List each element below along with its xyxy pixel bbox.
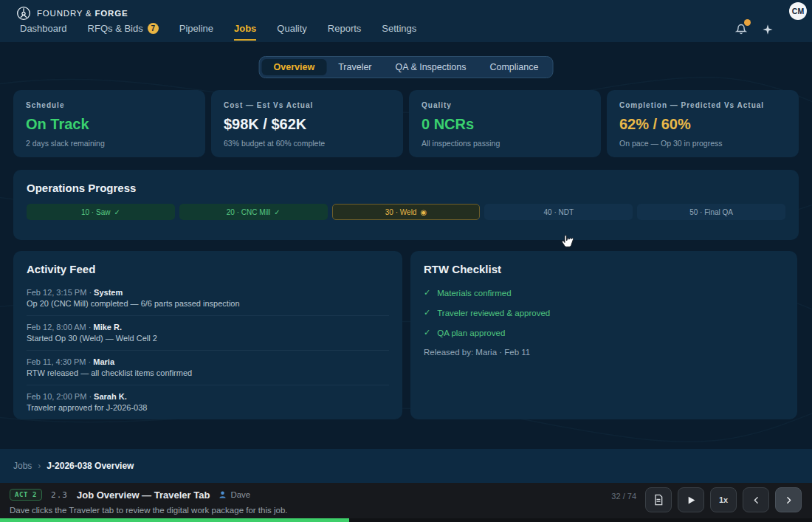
next-step-button[interactable] bbox=[775, 487, 802, 512]
nav-item-rfqs-bids[interactable]: RFQs & Bids7 bbox=[88, 23, 159, 41]
activity-entry-meta: Feb 12, 3:15 PM · System bbox=[27, 288, 389, 297]
nav-item-label: Settings bbox=[382, 23, 416, 34]
kpi-value: 0 NCRs bbox=[422, 116, 588, 133]
breadcrumb: Jobs › J-2026-038 Overview bbox=[0, 449, 812, 483]
rtw-item-label: Traveler reviewed & approved bbox=[437, 309, 550, 317]
kpi-value: 62% / 60% bbox=[619, 116, 786, 133]
user-avatar[interactable]: CM bbox=[789, 2, 807, 20]
job-tabbar: OverviewTravelerQA & InspectionsComplian… bbox=[259, 56, 554, 78]
chevron-left-icon bbox=[751, 495, 761, 505]
check-icon: ✓ bbox=[424, 328, 430, 337]
activity-timestamp: Feb 12, 8:00 AM · bbox=[27, 323, 94, 332]
nav-item-quality[interactable]: Quality bbox=[277, 23, 306, 41]
tab-traveler[interactable]: Traveler bbox=[326, 59, 383, 75]
tab-qa-inspections[interactable]: QA & Inspections bbox=[384, 59, 478, 75]
op-step-label: 20 · CNC Mill bbox=[227, 208, 270, 216]
nav-item-dashboard[interactable]: Dashboard bbox=[20, 23, 67, 41]
kpi-card-schedule: ScheduleOn Track2 days slack remaining bbox=[13, 90, 205, 157]
person-icon bbox=[219, 490, 227, 499]
scenario-progress-track bbox=[0, 518, 812, 522]
kpi-label: Schedule bbox=[26, 101, 193, 109]
in-progress-icon: ◉ bbox=[420, 208, 427, 216]
brand-logo-icon bbox=[16, 6, 31, 21]
check-icon: ✓ bbox=[114, 208, 120, 216]
scene-step-number: 2.3 bbox=[51, 490, 68, 500]
brand-name: FOUNDRY & FORGE bbox=[37, 9, 128, 18]
nav-item-label: RFQs & Bids bbox=[88, 23, 143, 34]
activity-entry: Feb 11, 4:30 PM · MariaRTW released — al… bbox=[27, 351, 389, 385]
op-step-label: 50 · Final QA bbox=[689, 208, 733, 216]
rtw-checklist-item: ✓QA plan approved bbox=[424, 323, 784, 343]
rtw-checklist-list: ✓Materials confirmed✓Traveler reviewed &… bbox=[424, 283, 784, 343]
activity-entry-meta: Feb 10, 2:00 PM · Sarah K. bbox=[27, 392, 389, 401]
nav-item-pipeline[interactable]: Pipeline bbox=[179, 23, 213, 41]
check-icon: ✓ bbox=[424, 308, 430, 317]
tab-compliance[interactable]: Compliance bbox=[478, 59, 550, 75]
kpi-label: Cost — Est Vs Actual bbox=[224, 101, 390, 109]
kpi-value: On Track bbox=[26, 116, 193, 133]
kpi-label: Completion — Predicted Vs Actual bbox=[619, 101, 786, 109]
kpi-row: ScheduleOn Track2 days slack remainingCo… bbox=[13, 90, 799, 157]
nav-badge-count: 7 bbox=[148, 23, 159, 34]
kpi-label: Quality bbox=[422, 101, 588, 109]
op-step-label: 30 · Weld bbox=[385, 208, 417, 216]
activity-entry-meta: Feb 11, 4:30 PM · Maria bbox=[27, 357, 389, 366]
main-navigation: DashboardRFQs & Bids7PipelineJobsQuality… bbox=[20, 23, 416, 41]
header-icons bbox=[735, 23, 774, 38]
op-step-label: 40 · NDT bbox=[544, 208, 574, 216]
activity-entry-meta: Feb 12, 8:00 AM · Mike R. bbox=[27, 323, 389, 332]
breadcrumb-root[interactable]: Jobs bbox=[13, 461, 32, 471]
nav-item-reports[interactable]: Reports bbox=[328, 23, 362, 41]
breadcrumb-current: J-2026-038 Overview bbox=[47, 461, 134, 471]
rtw-item-label: QA plan approved bbox=[437, 329, 505, 337]
top-header: FOUNDRY & FORGE DashboardRFQs & Bids7Pip… bbox=[0, 0, 812, 42]
play-button[interactable] bbox=[678, 487, 704, 512]
actor-name: Dave bbox=[230, 490, 250, 499]
tab-overview[interactable]: Overview bbox=[262, 59, 327, 75]
nav-item-label: Jobs bbox=[234, 23, 256, 34]
scene-description: Dave clicks the Traveler tab to review t… bbox=[10, 506, 287, 515]
activity-author: Maria bbox=[93, 357, 114, 366]
script-document-button[interactable] bbox=[645, 487, 672, 512]
check-icon: ✓ bbox=[274, 208, 280, 216]
kpi-card-quality: Quality0 NCRsAll inspections passing bbox=[409, 90, 601, 157]
playback-speed-button[interactable]: 1x bbox=[710, 487, 737, 512]
nav-item-settings[interactable]: Settings bbox=[382, 23, 416, 41]
scene-title: Job Overview — Traveler Tab bbox=[77, 490, 210, 501]
op-step-label: 10 · Saw bbox=[81, 208, 110, 216]
nav-item-label: Quality bbox=[277, 23, 306, 34]
kpi-subtext: 63% budget at 60% complete bbox=[224, 139, 390, 148]
kpi-card-completion: Completion — Predicted Vs Actual62% / 60… bbox=[607, 90, 799, 157]
check-icon: ✓ bbox=[424, 288, 430, 298]
previous-step-button[interactable] bbox=[743, 487, 769, 512]
scenario-player-bar: ACT 2 2.3 Job Overview — Traveler Tab Da… bbox=[0, 483, 812, 522]
activity-text: Started Op 30 (Weld) — Weld Cell 2 bbox=[27, 334, 389, 343]
kpi-subtext: On pace — Op 30 in progress bbox=[619, 139, 786, 148]
play-icon bbox=[687, 495, 696, 505]
rtw-checklist-item: ✓Traveler reviewed & approved bbox=[424, 303, 784, 323]
op-step-20-cnc-mill[interactable]: 20 · CNC Mill✓ bbox=[179, 204, 328, 220]
op-step-10-saw[interactable]: 10 · Saw✓ bbox=[27, 204, 175, 220]
op-step-30-weld[interactable]: 30 · Weld◉ bbox=[332, 204, 481, 220]
rtw-checklist-item: ✓Materials confirmed bbox=[424, 283, 784, 303]
activity-text: Traveler approved for J-2026-038 bbox=[27, 403, 389, 412]
operations-progress-panel: Operations Progress 10 · Saw✓20 · CNC Mi… bbox=[13, 170, 799, 240]
rtw-item-label: Materials confirmed bbox=[437, 289, 511, 298]
op-step-40-ndt[interactable]: 40 · NDT bbox=[484, 204, 633, 220]
app-window: FOUNDRY & FORGE DashboardRFQs & Bids7Pip… bbox=[0, 0, 812, 522]
activity-text: RTW released — all checklist items confi… bbox=[27, 368, 389, 377]
breadcrumb-separator: › bbox=[38, 461, 41, 471]
notification-dot bbox=[744, 19, 751, 26]
op-step-50-final-qa[interactable]: 50 · Final QA bbox=[637, 204, 785, 220]
activity-author: System bbox=[94, 288, 123, 297]
activity-entry: Feb 12, 8:00 AM · Mike R.Started Op 30 (… bbox=[27, 316, 389, 351]
activity-feed-title: Activity Feed bbox=[27, 263, 389, 275]
nav-item-jobs[interactable]: Jobs bbox=[234, 23, 256, 41]
operations-progress-title: Operations Progress bbox=[27, 182, 785, 194]
rtw-released-by: Released by: Maria · Feb 11 bbox=[424, 348, 784, 357]
notifications-bell-icon[interactable] bbox=[735, 23, 747, 38]
scene-info-row: ACT 2 2.3 Job Overview — Traveler Tab Da… bbox=[10, 489, 250, 501]
sparkle-icon[interactable] bbox=[762, 24, 774, 38]
activity-author: Sarah K. bbox=[94, 392, 127, 401]
scene-actor: Dave bbox=[219, 490, 250, 499]
